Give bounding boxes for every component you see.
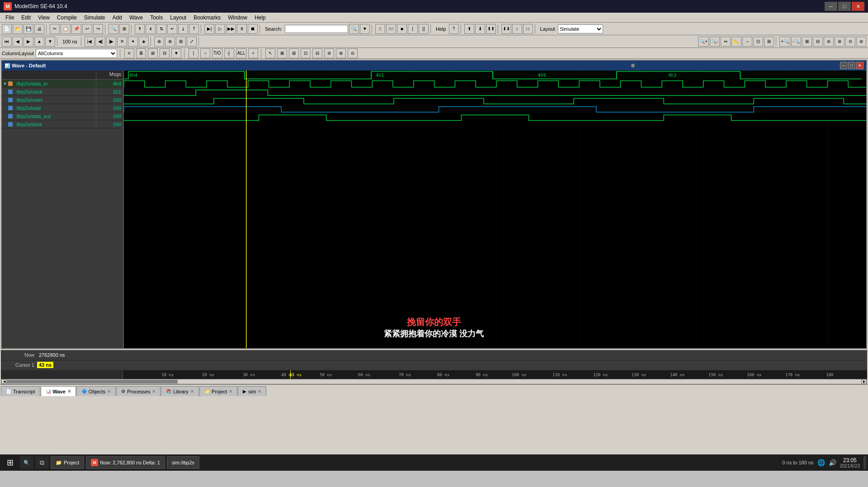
col-btn6[interactable]: | bbox=[189, 48, 198, 58]
tb-layout1[interactable]: ⬆ bbox=[464, 24, 474, 34]
tb-layout5[interactable]: ↕ bbox=[512, 24, 522, 34]
tab-processes[interactable]: ⚙ Processes ✕ bbox=[116, 386, 160, 396]
tab-sim-close[interactable]: ✕ bbox=[258, 389, 261, 394]
signal-row-data-in[interactable]: ▼ /tbp2s/data_in 4h4 bbox=[2, 80, 123, 88]
tab-processes-close[interactable]: ✕ bbox=[152, 389, 156, 394]
tb2-waveform4[interactable]: 📐 bbox=[731, 37, 741, 47]
menu-edit[interactable]: Edit bbox=[18, 14, 34, 22]
taskbar-sim[interactable]: sim:/tbp2s bbox=[167, 456, 199, 469]
search-go[interactable]: 🔍 bbox=[349, 24, 359, 34]
tb-layout6[interactable]: ↕↕ bbox=[523, 24, 533, 34]
menu-window[interactable]: Window bbox=[224, 14, 251, 22]
close-button[interactable]: ✕ bbox=[852, 2, 864, 11]
tb2-up[interactable]: ▲ bbox=[34, 37, 44, 47]
tb2-zoom-out2[interactable]: -🔍 bbox=[791, 37, 801, 47]
col-btn15[interactable]: ⊡ bbox=[301, 48, 311, 58]
tb2-s6[interactable]: ◈ bbox=[139, 37, 149, 47]
wave-win-close[interactable]: ✕ bbox=[856, 62, 863, 69]
taskbar-project[interactable]: 📁 Project bbox=[51, 456, 84, 469]
taskbar-modelsim[interactable]: M Now: 2,762,800 ns Delta: 1 bbox=[86, 456, 165, 469]
tb-wave-addpane[interactable]: ⊞ bbox=[119, 24, 129, 34]
menu-add[interactable]: Add bbox=[109, 14, 126, 22]
taskview-button[interactable]: ⧉ bbox=[35, 456, 49, 469]
signal-row-data-out[interactable]: /tbp2s/data_out 1h0 bbox=[2, 112, 123, 120]
tab-wave-close[interactable]: ✕ bbox=[67, 389, 71, 394]
col-btn1[interactable]: ≡ bbox=[124, 48, 134, 58]
tb-stop[interactable]: ⏹ bbox=[248, 24, 258, 34]
menu-bookmarks[interactable]: Bookmarks bbox=[190, 14, 224, 22]
col-btn19[interactable]: ⊝ bbox=[348, 48, 358, 58]
tb-wave-zoom1[interactable]: ⎍ bbox=[375, 24, 385, 34]
tb-sim2[interactable]: ↡ bbox=[146, 24, 156, 34]
tray-sound[interactable]: 🔊 bbox=[829, 459, 836, 466]
tb-save[interactable]: 💾 bbox=[24, 24, 33, 34]
col-btn14[interactable]: ⊞ bbox=[289, 48, 299, 58]
tab-library-close[interactable]: ✕ bbox=[190, 389, 194, 394]
tab-library[interactable]: 📚 Library ✕ bbox=[161, 386, 199, 396]
menu-wave[interactable]: Wave bbox=[126, 14, 146, 22]
help-button[interactable]: ? bbox=[449, 24, 459, 34]
wave-win-minimize[interactable]: ─ bbox=[840, 62, 847, 69]
menu-file[interactable]: File bbox=[2, 14, 18, 22]
minimize-button[interactable]: ─ bbox=[825, 2, 837, 11]
menu-view[interactable]: View bbox=[34, 14, 53, 22]
col-btn13[interactable]: ⊠ bbox=[277, 48, 287, 58]
tb-sim5[interactable]: ⤓ bbox=[178, 24, 188, 34]
tb2-waveform6[interactable]: ⊡ bbox=[753, 37, 763, 47]
tb2-waveform5[interactable]: ↔ bbox=[742, 37, 752, 47]
tb2-restart[interactable]: ⏮ bbox=[2, 37, 12, 47]
tb-cut[interactable]: ✂ bbox=[50, 24, 60, 34]
tb2-s5[interactable]: ✦ bbox=[128, 37, 138, 47]
tb-run2[interactable]: ▷ bbox=[215, 24, 225, 34]
tb2-zoom-in2[interactable]: +🔍 bbox=[779, 37, 790, 47]
col-btn8[interactable]: T/O bbox=[212, 48, 222, 58]
col-btn4[interactable]: ⊟ bbox=[160, 48, 170, 58]
maximize-button[interactable]: □ bbox=[838, 2, 851, 11]
tb2-waveform3[interactable]: ⇔ bbox=[721, 37, 731, 47]
search-options[interactable]: ▼ bbox=[360, 24, 370, 34]
wave-win-maximize[interactable]: □ bbox=[848, 62, 855, 69]
tb2-s3[interactable]: |▶ bbox=[106, 37, 116, 47]
tb2-zoom1[interactable]: ⊟ bbox=[813, 37, 823, 47]
tb-sim3[interactable]: ⇅ bbox=[156, 24, 166, 34]
hscroll-right[interactable]: ▶ bbox=[861, 379, 867, 384]
tb-run3[interactable]: ▶▶ bbox=[226, 24, 236, 34]
tb2-zoom3[interactable]: ⊛ bbox=[835, 37, 844, 47]
tb-sim4[interactable]: ↵ bbox=[167, 24, 177, 34]
hscroll-left[interactable]: ◀ bbox=[1, 379, 7, 384]
tab-sim[interactable]: ▶ sim ✕ bbox=[238, 386, 266, 396]
tb2-zoom-fit2[interactable]: ⊠ bbox=[802, 37, 812, 47]
tb2-s1[interactable]: |◀ bbox=[85, 37, 94, 47]
col-btn2[interactable]: ≣ bbox=[136, 48, 146, 58]
tb2-zoom5[interactable]: ⊚ bbox=[856, 37, 866, 47]
tb-layout3[interactable]: ⬆⬆ bbox=[486, 24, 496, 34]
signal-row-clock[interactable]: /tbp2s/clock 1h1 bbox=[2, 88, 123, 96]
tab-objects[interactable]: 🔷 Objects ✕ bbox=[76, 386, 116, 396]
col-btn12[interactable]: ↖ bbox=[265, 48, 275, 58]
tb-break[interactable]: ⏸ bbox=[237, 24, 247, 34]
tb-wave-step1[interactable]: | bbox=[408, 24, 418, 34]
tb2-zoom4[interactable]: ⊝ bbox=[845, 37, 855, 47]
tb-sim6[interactable]: ⤒ bbox=[189, 24, 199, 34]
tb-layout4[interactable]: ⬇⬇ bbox=[501, 24, 511, 34]
tab-wave[interactable]: 📊 Wave ✕ bbox=[41, 386, 76, 396]
tb2-back[interactable]: ◀ bbox=[13, 37, 23, 47]
tb-wave-step2[interactable]: || bbox=[419, 24, 429, 34]
layout-select[interactable]: Simulate bbox=[558, 24, 603, 33]
tb2-zoom-out[interactable]: ⊗ bbox=[165, 37, 175, 47]
tb-sim1[interactable]: ↟ bbox=[135, 24, 145, 34]
tb-print[interactable]: 🖨 bbox=[34, 24, 44, 34]
tb2-zoom-in[interactable]: ⊕ bbox=[154, 37, 164, 47]
col-btn3[interactable]: ⊞ bbox=[148, 48, 158, 58]
signal-row-reset[interactable]: /tbp2s/reset 1h0 bbox=[2, 96, 123, 104]
col-btn5[interactable]: ▼ bbox=[171, 48, 181, 58]
tb2-zoom2[interactable]: ⊜ bbox=[824, 37, 834, 47]
tab-project[interactable]: 📁 Project ✕ bbox=[199, 386, 237, 396]
tb2-waveform1[interactable]: 🔍+ bbox=[698, 37, 709, 47]
tb-wave-zoom2[interactable]: ⎍⎍ bbox=[386, 24, 396, 34]
tb2-waveform2[interactable]: 🔍- bbox=[710, 37, 720, 47]
col-btn7[interactable]: ○ bbox=[200, 48, 210, 58]
tab-project-close[interactable]: ✕ bbox=[229, 389, 232, 394]
tb-new[interactable]: 📄 bbox=[2, 24, 12, 34]
tb2-fwd[interactable]: ▶ bbox=[24, 37, 33, 47]
